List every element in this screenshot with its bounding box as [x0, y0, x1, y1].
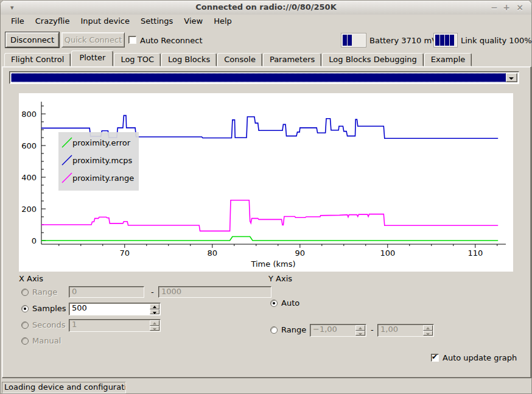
link-quality-label: Link quality 100%	[461, 36, 532, 45]
log-config-combobox[interactable]	[9, 71, 519, 84]
tab-flight-control[interactable]: Flight Control	[4, 53, 71, 66]
x-manual-radio[interactable]	[21, 337, 29, 345]
y-axis-panel-title: Y Axis	[268, 274, 292, 283]
app-window: ▾ Connected on radio://0/80/250K − + × F…	[0, 0, 532, 394]
link-quality-bar	[434, 33, 457, 47]
x-range-radio[interactable]	[21, 289, 29, 296]
combobox-dropdown-icon[interactable]	[506, 73, 517, 82]
x-range-to-field[interactable]: 1000	[158, 286, 271, 298]
progress-chunk	[440, 35, 444, 46]
x-samples-spinbox[interactable]: 500	[69, 303, 161, 315]
y-from-spin-down-icon[interactable]	[355, 331, 365, 336]
auto-reconnect-checkbox[interactable]	[128, 36, 136, 44]
y-to-spin-up-icon[interactable]	[423, 325, 433, 331]
menu-item-help[interactable]: Help	[208, 15, 237, 27]
tab-log-blocks[interactable]: Log Blocks	[161, 53, 217, 66]
series-line-proximity.range	[41, 200, 498, 231]
svg-text:600: 600	[21, 141, 37, 150]
tab-parameters[interactable]: Parameters	[263, 53, 321, 66]
minimize-button[interactable]: −	[489, 2, 500, 13]
tab-log-toc[interactable]: Log TOC	[114, 53, 161, 66]
seconds-spin-up-icon[interactable]	[150, 320, 159, 326]
legend-label-proximity.mcps: proximity.mcps	[72, 156, 133, 165]
x-axis: 708090100110Time (kms)	[41, 244, 506, 269]
progress-chunk	[450, 35, 454, 46]
menu-item-view[interactable]: View	[178, 15, 208, 27]
series-line-proximity.error	[41, 237, 498, 241]
legend-label-proximity.error: proximity.error	[72, 138, 131, 147]
samples-spin-up-icon[interactable]	[150, 304, 159, 309]
y-from-spin-up-icon[interactable]	[355, 325, 365, 331]
disconnect-button[interactable]: Disconnect	[5, 32, 59, 47]
tab-console[interactable]: Console	[217, 53, 262, 66]
battery-bar	[341, 33, 366, 47]
y-range-separator: -	[371, 325, 374, 334]
x-samples-value: 500	[72, 303, 87, 312]
x-range-label: Range	[32, 287, 57, 297]
title-bar[interactable]: ▾ Connected on radio://0/80/250K − + ×	[1, 1, 531, 15]
svg-text:400: 400	[21, 173, 37, 182]
y-to-spin-down-icon[interactable]	[423, 331, 433, 336]
progress-chunk	[348, 35, 352, 46]
maximize-button[interactable]: +	[501, 2, 512, 13]
quick-connect-button[interactable]: Quick Connect	[61, 32, 125, 47]
progress-chunk	[445, 35, 449, 46]
x-range-from-field[interactable]: 0	[69, 286, 144, 298]
plot-canvas: 0200400600800708090100110Time (kms)proxi…	[19, 93, 513, 272]
samples-spin-down-icon[interactable]	[150, 309, 159, 315]
y-range-label: Range	[281, 325, 306, 334]
y-auto-radio[interactable]	[270, 300, 278, 307]
x-manual-label: Manual	[32, 336, 61, 345]
y-axis: 0200400600800	[21, 102, 46, 245]
svg-text:0: 0	[32, 236, 37, 245]
y-auto-label: Auto	[281, 298, 299, 308]
y-range-to-spinbox[interactable]: 1,00	[377, 324, 434, 337]
y-range-to-value: 1,00	[380, 325, 398, 334]
tab-plotter[interactable]: Plotter	[71, 51, 113, 66]
status-message: Loading device and configuration.	[2, 382, 126, 393]
tab-bar: Flight ControlPlotterLog TOCLog BlocksCo…	[4, 52, 472, 66]
svg-text:80: 80	[208, 248, 218, 258]
svg-text:110: 110	[467, 248, 483, 258]
auto-update-label: Auto update graph	[443, 353, 517, 362]
menubar: FileCrazyflieInput deviceSettingsViewHel…	[1, 15, 531, 27]
y-range-from-value: −1,00	[313, 325, 337, 334]
progress-chunk	[435, 35, 439, 46]
svg-text:70: 70	[120, 248, 130, 258]
menu-item-settings[interactable]: Settings	[135, 15, 178, 27]
tab-log-blocks-debugging[interactable]: Log Blocks Debugging	[322, 53, 424, 66]
tab-example[interactable]: Example	[424, 53, 472, 66]
menu-item-crazyflie[interactable]: Crazyflie	[30, 15, 75, 27]
menu-item-file[interactable]: File	[5, 15, 30, 27]
menu-item-input-device[interactable]: Input device	[75, 15, 135, 27]
battery-label: Battery 3710 mV	[369, 36, 437, 45]
log-config-selected-value	[11, 73, 506, 82]
x-axis-panel-title: X Axis	[19, 274, 43, 283]
progress-chunk	[343, 35, 347, 46]
plot-figure: 0200400600800708090100110Time (kms)proxi…	[19, 93, 513, 272]
close-button[interactable]: ×	[514, 2, 525, 13]
legend-label-proximity.range: proximity.range	[72, 174, 134, 183]
svg-text:800: 800	[21, 110, 37, 119]
plot-legend: proximity.errorproximity.mcpsproximity.r…	[58, 132, 139, 191]
y-range-radio[interactable]	[270, 326, 278, 334]
x-axis-label: Time (kms)	[250, 259, 295, 269]
svg-text:100: 100	[380, 248, 395, 258]
x-seconds-value: 1	[72, 320, 77, 329]
auto-update-checkbox[interactable]	[431, 354, 439, 362]
x-seconds-spinbox[interactable]: 1	[69, 319, 161, 332]
x-samples-radio[interactable]	[21, 305, 29, 312]
svg-text:90: 90	[295, 248, 306, 258]
y-range-from-spinbox[interactable]: −1,00	[310, 324, 366, 337]
seconds-spin-down-icon[interactable]	[150, 326, 159, 331]
window-title: Connected on radio://0/80/250K	[1, 2, 531, 12]
svg-text:200: 200	[21, 205, 37, 214]
auto-reconnect-label: Auto Reconnect	[140, 36, 203, 45]
x-seconds-radio[interactable]	[21, 322, 29, 329]
x-samples-label: Samples	[32, 304, 66, 313]
x-seconds-label: Seconds	[32, 320, 66, 329]
x-range-separator: -	[151, 287, 154, 297]
